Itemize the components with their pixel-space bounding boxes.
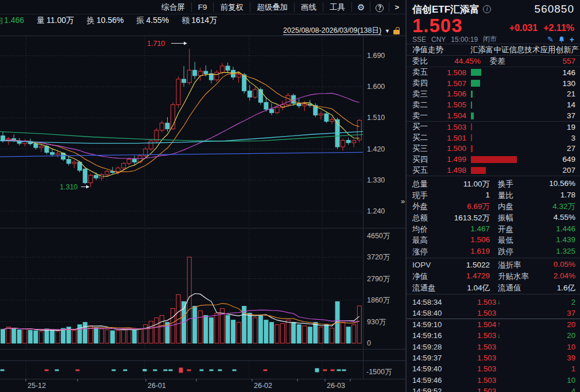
menu-item[interactable]: 工具 <box>323 2 351 12</box>
info-icon[interactable]: i <box>483 5 491 13</box>
order-book-row[interactable]: 买五1.498207 <box>407 165 580 176</box>
level-price: 1.508 <box>436 68 466 77</box>
more-arrow-icon[interactable]: > <box>389 2 404 12</box>
stat-cell: 最高1.506 <box>412 235 490 246</box>
tick-time: 14:59:40 <box>412 364 461 373</box>
edit-icon[interactable]: ✎ <box>547 36 554 43</box>
level-price: 1.498 <box>436 166 466 174</box>
stat-cell: IOPV1.5022 <box>412 261 490 269</box>
stat-label: 涨停 <box>412 247 428 257</box>
order-book-row[interactable]: 卖五1.508146 <box>407 67 580 78</box>
dropdown-caret-icon[interactable]: ▼ <box>385 28 390 34</box>
menu-item[interactable]: 综合屏 <box>155 2 191 12</box>
stat-value: 1.78 <box>560 191 575 201</box>
svg-text:1.240: 1.240 <box>367 207 385 215</box>
stat-value: 6.69万 <box>467 201 490 212</box>
level-bar-fill <box>471 80 480 87</box>
menu-item[interactable]: 超级叠加 <box>250 2 294 12</box>
stat-value: 1.446 <box>556 224 575 235</box>
order-book-row[interactable]: 卖一1.50437 <box>407 110 580 121</box>
date-range[interactable]: 2025/08/08-2026/03/09(138日) <box>283 26 381 35</box>
stat-cell: 升贴水率2.04% <box>498 271 575 282</box>
level-label: 卖四 <box>412 78 436 88</box>
summary-stat: 振4.55% <box>137 15 169 25</box>
kline-chart[interactable]: 1.6901.6001.5101.4201.3301.2404650万3720万… <box>0 36 405 392</box>
quote-summary-bar: 均1.466 量11.00万换10.56%振4.55%额1614万 <box>0 14 390 26</box>
stat-cell: 内盘4.32万 <box>498 201 575 212</box>
stat-label: 额 <box>181 15 190 25</box>
order-book-row[interactable]: 买二1.5013 <box>407 133 580 143</box>
stat-value: 1.619 <box>470 247 490 257</box>
level-bar-fill <box>471 102 472 108</box>
level-price: 1.499 <box>436 155 466 164</box>
stat-cell: 涨停1.619 <box>412 247 490 257</box>
unlock-icon[interactable] <box>393 27 401 34</box>
level-qty: 14 <box>519 100 575 109</box>
tick-time: 14:59:37 <box>412 354 461 362</box>
level-bar <box>471 134 519 141</box>
stat-label: 振幅 <box>498 213 513 223</box>
tick-time: 14:58:34 <box>412 298 461 306</box>
svg-text:1.690: 1.690 <box>367 52 385 60</box>
stat-label: 量 <box>37 15 45 25</box>
stat-label: 外盘 <box>412 201 428 212</box>
alert-bell-icon[interactable] <box>558 36 565 43</box>
change-value: +0.031 <box>509 23 538 33</box>
weicha-label: 委差 <box>490 56 505 67</box>
stat-label: 换手 <box>498 179 513 189</box>
menu-bar: 综合屏F9前复权超级叠加画线工具⚙?> <box>0 0 405 14</box>
level-qty: 649 <box>519 155 575 164</box>
tick-qty: 2 <box>505 298 575 306</box>
tick-price: 1.503 <box>461 309 496 317</box>
nav-trend-tab[interactable]: 净值走势 汇添富中证信息技术应用创新产 <box>407 44 580 56</box>
tick-price: 1.503 <box>461 364 496 373</box>
tick-row: 14:59:161.503↓20 <box>407 330 580 341</box>
stat-label: 流通值 <box>498 283 521 293</box>
stat-cell: 开盘1.446 <box>498 224 575 235</box>
tick-price: 1.503 <box>461 298 496 306</box>
tick-qty: 20 <box>505 320 575 329</box>
level-bar <box>471 145 519 152</box>
up-arrow-icon: ↑ <box>496 321 505 328</box>
order-book-row[interactable]: 卖二1.50514 <box>407 99 580 110</box>
down-arrow-icon: ↓ <box>496 332 505 339</box>
help-icon[interactable]: ? <box>370 2 389 12</box>
svg-text:1.510: 1.510 <box>367 114 385 122</box>
stat-label: 总额 <box>412 213 428 223</box>
fund-full-name: 汇添富中证信息技术应用创新产 <box>470 45 579 55</box>
currency-label: CNY <box>431 36 446 44</box>
stat-value: 11.00万 <box>47 15 74 25</box>
menu-item[interactable]: 前复权 <box>213 2 250 12</box>
tick-row: 14:59:521.5034 <box>407 386 580 392</box>
level-bar-fill <box>471 156 517 163</box>
summary-stat: 量11.00万 <box>37 15 74 25</box>
stat-cell: 均价1.467 <box>412 224 490 235</box>
level-price: 1.503 <box>436 123 466 131</box>
svg-text:26-02: 26-02 <box>254 382 272 390</box>
stat-row: 涨停1.619跌停1.325 <box>407 246 580 258</box>
level-qty: 19 <box>519 123 575 131</box>
stat-cell: 总额1613.52万 <box>412 213 490 223</box>
order-book-row[interactable]: 卖四1.507130 <box>407 78 580 89</box>
order-book-row[interactable]: 卖三1.50621 <box>407 89 580 100</box>
tick-price: 1.503 <box>461 331 496 340</box>
level-qty: 146 <box>519 68 575 77</box>
order-book-row[interactable]: 买三1.50027 <box>407 143 580 154</box>
menu-item[interactable]: F9 <box>191 2 214 12</box>
add-icon[interactable]: + <box>570 36 574 43</box>
weibi-value: 44.45% <box>428 57 481 65</box>
collapse-panel-icon[interactable]: » <box>401 197 405 205</box>
gear-icon[interactable]: ⚙ <box>351 2 370 12</box>
level-price: 1.500 <box>436 144 466 153</box>
level-bar <box>471 91 519 98</box>
down-arrow-icon: ↓ <box>496 298 505 305</box>
order-book-row[interactable]: 买四1.499649 <box>407 154 580 165</box>
stat-cell: 振幅4.55% <box>498 213 575 223</box>
svg-text:3720万: 3720万 <box>367 253 390 261</box>
tick-qty: 39 <box>505 354 575 362</box>
svg-text:1.310: 1.310 <box>60 183 78 191</box>
last-price: 1.503 <box>412 16 463 35</box>
order-book-row[interactable]: 买一1.50319 <box>407 122 580 133</box>
menu-item[interactable]: 画线 <box>294 2 323 12</box>
stat-value: 1 <box>485 191 490 201</box>
